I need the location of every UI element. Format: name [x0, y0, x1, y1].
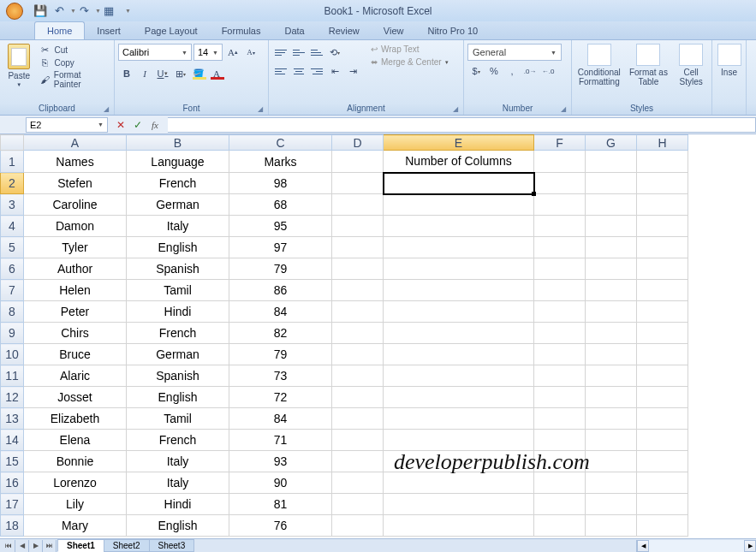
- cell-C14[interactable]: 71: [229, 430, 332, 451]
- copy-button[interactable]: ⎘Copy: [36, 56, 110, 68]
- shrink-font-button[interactable]: A▾: [242, 44, 259, 61]
- bold-button[interactable]: B: [118, 65, 135, 82]
- cell-A12[interactable]: Josset: [24, 387, 127, 408]
- cell-C2[interactable]: 98: [229, 173, 332, 194]
- row-header-12[interactable]: 12: [1, 387, 24, 408]
- save-icon[interactable]: 💾: [33, 3, 48, 19]
- cell-F14[interactable]: [534, 430, 586, 451]
- cell-C9[interactable]: 82: [229, 323, 332, 344]
- cell-F10[interactable]: [534, 344, 586, 365]
- cell-B10[interactable]: German: [127, 344, 229, 365]
- cell-B9[interactable]: French: [127, 323, 229, 344]
- cell-B11[interactable]: Spanish: [127, 365, 229, 387]
- cell-D18[interactable]: [332, 515, 384, 537]
- scroll-left-button[interactable]: ◀: [637, 540, 649, 552]
- cell-B8[interactable]: Hindi: [127, 301, 229, 323]
- dialog-launcher-icon[interactable]: ◢: [453, 105, 458, 113]
- cell-E11[interactable]: [384, 365, 534, 387]
- select-all-button[interactable]: [1, 135, 24, 151]
- increase-decimal-button[interactable]: .0→: [521, 62, 539, 80]
- cell-D8[interactable]: [332, 301, 384, 323]
- cell-C12[interactable]: 72: [229, 387, 332, 408]
- cell-E10[interactable]: [384, 344, 534, 365]
- row-header-18[interactable]: 18: [1, 515, 24, 537]
- cell-H8[interactable]: [637, 301, 688, 323]
- insert-cells-button[interactable]: Inse: [716, 44, 742, 77]
- cell-C4[interactable]: 95: [229, 216, 332, 237]
- cell-E2[interactable]: [384, 173, 534, 194]
- font-size-select[interactable]: 14▼: [193, 44, 223, 61]
- cell-H13[interactable]: [637, 408, 688, 430]
- cell-B2[interactable]: French: [127, 173, 229, 194]
- sheet-tab-2[interactable]: Sheet2: [104, 539, 150, 552]
- cell-B12[interactable]: English: [127, 387, 229, 408]
- cell-A2[interactable]: Stefen: [24, 173, 127, 194]
- merge-center-button[interactable]: ⬌Merge & Center▾: [368, 56, 451, 68]
- grow-font-button[interactable]: A▴: [224, 44, 241, 61]
- paste-button[interactable]: Paste ▼: [3, 44, 34, 87]
- cell-D17[interactable]: [332, 494, 384, 515]
- cell-G8[interactable]: [586, 301, 637, 323]
- cell-E15[interactable]: [384, 451, 534, 472]
- cell-B3[interactable]: German: [127, 194, 229, 216]
- sheet-tab-1[interactable]: Sheet1: [57, 539, 104, 552]
- cell-D2[interactable]: [332, 173, 384, 194]
- sheet-tab-3[interactable]: Sheet3: [149, 539, 195, 552]
- prev-sheet-button[interactable]: ◀: [15, 540, 29, 552]
- column-header-A[interactable]: A: [24, 135, 127, 151]
- tab-view[interactable]: View: [372, 22, 416, 39]
- border-button[interactable]: ⊞▾: [172, 65, 189, 82]
- first-sheet-button[interactable]: ⏮: [2, 540, 15, 552]
- cell-C1[interactable]: Marks: [229, 151, 332, 173]
- enter-formula-button[interactable]: ✓: [130, 117, 146, 133]
- cell-D16[interactable]: [332, 472, 384, 494]
- cell-C8[interactable]: 84: [229, 301, 332, 323]
- cell-C3[interactable]: 68: [229, 194, 332, 216]
- cell-G12[interactable]: [586, 387, 637, 408]
- column-header-C[interactable]: C: [229, 135, 332, 151]
- cut-button[interactable]: ✂Cut: [36, 44, 110, 56]
- cell-A10[interactable]: Bruce: [24, 344, 127, 365]
- cell-B13[interactable]: Tamil: [127, 408, 229, 430]
- cell-C18[interactable]: 76: [229, 515, 332, 537]
- cell-B18[interactable]: English: [127, 515, 229, 537]
- cell-A17[interactable]: Lily: [24, 494, 127, 515]
- increase-indent-button[interactable]: ⇥: [344, 62, 361, 80]
- cell-A16[interactable]: Lorenzo: [24, 472, 127, 494]
- cell-F4[interactable]: [534, 216, 586, 237]
- cell-C13[interactable]: 84: [229, 408, 332, 430]
- cell-F18[interactable]: [534, 515, 586, 537]
- cell-D6[interactable]: [332, 258, 384, 280]
- cell-B6[interactable]: Spanish: [127, 258, 229, 280]
- column-header-F[interactable]: F: [534, 135, 586, 151]
- cell-F3[interactable]: [534, 194, 586, 216]
- row-header-10[interactable]: 10: [1, 344, 24, 365]
- column-header-E[interactable]: E: [384, 135, 534, 151]
- row-header-6[interactable]: 6: [1, 258, 24, 280]
- tab-data[interactable]: Data: [272, 22, 316, 39]
- column-header-B[interactable]: B: [127, 135, 229, 151]
- cell-D4[interactable]: [332, 216, 384, 237]
- insert-function-button[interactable]: fx: [147, 117, 163, 133]
- cell-G3[interactable]: [586, 194, 637, 216]
- cell-G11[interactable]: [586, 365, 637, 387]
- tab-formulas[interactable]: Formulas: [210, 22, 273, 39]
- cell-E9[interactable]: [384, 323, 534, 344]
- cell-C17[interactable]: 81: [229, 494, 332, 515]
- cell-A11[interactable]: Alaric: [24, 365, 127, 387]
- cell-C5[interactable]: 97: [229, 237, 332, 258]
- cell-E4[interactable]: [384, 216, 534, 237]
- undo-icon[interactable]: ↶: [51, 3, 67, 19]
- underline-button[interactable]: U▾: [154, 65, 171, 82]
- cell-G16[interactable]: [586, 472, 637, 494]
- cell-A4[interactable]: Damon: [24, 216, 127, 237]
- print-icon[interactable]: ▦: [101, 3, 116, 19]
- accounting-format-button[interactable]: $▾: [467, 62, 485, 80]
- cell-G9[interactable]: [586, 323, 637, 344]
- cell-C7[interactable]: 86: [229, 280, 332, 301]
- tab-review[interactable]: Review: [317, 22, 372, 39]
- cell-A18[interactable]: Mary: [24, 515, 127, 537]
- font-name-select[interactable]: Calibri▼: [118, 44, 192, 61]
- cell-B7[interactable]: Tamil: [127, 280, 229, 301]
- align-left-button[interactable]: [272, 62, 289, 80]
